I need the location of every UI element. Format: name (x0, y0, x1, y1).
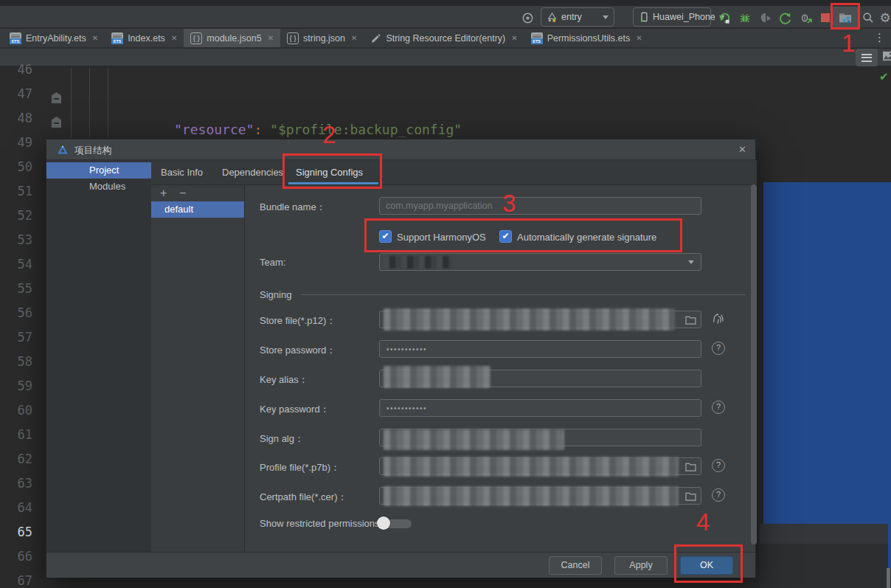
bundle-name-input[interactable] (379, 197, 701, 215)
tab-entryability[interactable]: ETS EntryAbility.ets ✕ (3, 29, 105, 47)
dialog-footer: Cancel Apply OK (46, 552, 755, 578)
close-icon[interactable]: ✕ (268, 34, 274, 42)
tab-basic-info[interactable]: Basic Info (161, 160, 203, 185)
store-password-input[interactable] (379, 340, 701, 358)
sign-alg-input[interactable] (379, 429, 701, 446)
line-number: 50 (0, 159, 41, 184)
settings-gear-icon[interactable]: ⚙ (877, 10, 891, 26)
pencil-icon (370, 32, 381, 44)
attach-debugger-icon[interactable] (797, 10, 814, 26)
module-selector[interactable]: entry (541, 7, 614, 27)
more-options-icon[interactable]: ⋮ (874, 31, 885, 44)
line-number: 47 (0, 86, 41, 111)
tab-label: EntryAbility.ets (26, 33, 86, 44)
remove-config-button[interactable]: − (179, 187, 186, 200)
close-icon[interactable]: ✕ (351, 34, 357, 42)
store-password-label: Store password： (260, 344, 336, 357)
module-icon (547, 12, 558, 23)
restart-icon[interactable] (777, 10, 793, 26)
close-icon[interactable]: ✕ (511, 34, 517, 42)
line-number: 56 (0, 305, 41, 330)
fingerprint-icon[interactable] (711, 311, 726, 326)
sidebar-item-project[interactable]: Project (46, 162, 151, 179)
main-toolbar: entry Huawei_Phone (0, 6, 891, 28)
ets-file-icon: ETS (111, 32, 123, 44)
line-number: 55 (0, 281, 41, 305)
tab-dependencies[interactable]: Dependencies (222, 160, 283, 185)
annotation-number-4: 4 (696, 510, 710, 534)
tab-string-resource-editor[interactable]: String Resource Editor(entry) ✕ (364, 29, 524, 47)
cancel-button[interactable]: Cancel (549, 556, 602, 575)
show-restricted-permissions-label: Show restricted permissions (260, 518, 380, 529)
profile-file-input[interactable] (379, 457, 701, 475)
json-file-icon: { } (287, 32, 299, 44)
chevron-down-icon (603, 15, 609, 19)
help-icon[interactable]: ? (712, 401, 725, 414)
folder-icon[interactable] (685, 315, 696, 325)
help-icon[interactable]: ? (712, 342, 725, 355)
team-dropdown[interactable] (379, 253, 701, 271)
window-titlebar (0, 0, 891, 6)
tab-label: Index.ets (128, 33, 165, 44)
target-icon[interactable] (519, 10, 535, 26)
redacted-store-file-path (384, 308, 675, 331)
tab-module-json5[interactable]: { } module.json5 ✕ (184, 29, 280, 47)
line-number: 62 (0, 452, 41, 476)
search-icon[interactable] (860, 10, 876, 26)
tab-label: string.json (303, 33, 345, 44)
tab-index[interactable]: ETS Index.ets ✕ (105, 29, 184, 47)
tab-permissionsutils[interactable]: ETS PermissionsUtils.ets ✕ (524, 29, 649, 47)
json-colon: : (254, 122, 270, 137)
annotation-number-1: 1 (842, 31, 855, 55)
line-number: 58 (0, 354, 41, 378)
list-view-button[interactable] (856, 49, 878, 66)
image-view-icon[interactable] (882, 51, 891, 61)
folder-icon[interactable] (685, 491, 696, 501)
tab-label: String Resource Editor(entry) (386, 33, 505, 44)
previewer-footer-dark (760, 544, 891, 588)
previewer-panel (763, 182, 891, 524)
key-alias-label: Key alias： (260, 373, 308, 387)
close-icon[interactable]: ✕ (92, 34, 98, 42)
store-file-input[interactable] (379, 311, 701, 328)
sidebar-item-modules[interactable]: Modules (46, 179, 151, 195)
help-icon[interactable]: ? (712, 459, 725, 472)
editor-gutter: 4647484950515253545556575859606162636465… (0, 62, 41, 588)
config-item-default[interactable]: default (151, 201, 244, 218)
key-password-label: Key password： (260, 403, 330, 416)
close-icon[interactable]: ✕ (738, 144, 746, 155)
deveco-logo-icon (57, 144, 69, 155)
previewer-scrollbar[interactable] (887, 568, 890, 588)
dialog-titlebar[interactable]: 项目结构 ✕ (46, 139, 755, 160)
line-number: 51 (0, 184, 41, 208)
line-number: 49 (0, 135, 41, 159)
line-number: 54 (0, 257, 41, 281)
previewer-edge (888, 524, 891, 568)
line-number: 52 (0, 208, 41, 232)
apply-button[interactable]: Apply (614, 556, 668, 575)
debug-icon[interactable] (737, 10, 753, 26)
redacted-sign-alg (384, 429, 564, 450)
toggle-knob[interactable] (377, 516, 390, 530)
dialog-scrollbar[interactable] (751, 184, 757, 544)
certpath-file-input[interactable] (379, 487, 701, 505)
dialog-tab-bar: Basic Info Dependencies Signing Configs (151, 160, 757, 185)
key-password-input[interactable] (379, 399, 701, 417)
device-selector[interactable]: Huawei_Phone (633, 7, 711, 27)
help-icon[interactable]: ? (712, 488, 725, 502)
key-alias-input[interactable] (379, 370, 701, 387)
redacted-certpath (384, 486, 679, 506)
sign-alg-label: Sign alg： (260, 432, 304, 446)
signing-section-label: Signing (260, 289, 291, 300)
redacted-team-value (384, 256, 451, 269)
add-config-button[interactable]: + (160, 187, 167, 200)
close-icon[interactable]: ✕ (636, 34, 642, 42)
close-icon[interactable]: ✕ (171, 34, 177, 42)
masked-key-password: ••••••••••• (386, 404, 427, 412)
tab-string-json[interactable]: { } string.json ✕ (280, 29, 364, 47)
dialog-title: 项目结构 (74, 145, 111, 157)
profiler-icon[interactable] (757, 10, 774, 26)
rerun-icon[interactable] (716, 10, 732, 26)
phone-icon (639, 11, 649, 23)
folder-icon[interactable] (685, 462, 696, 471)
